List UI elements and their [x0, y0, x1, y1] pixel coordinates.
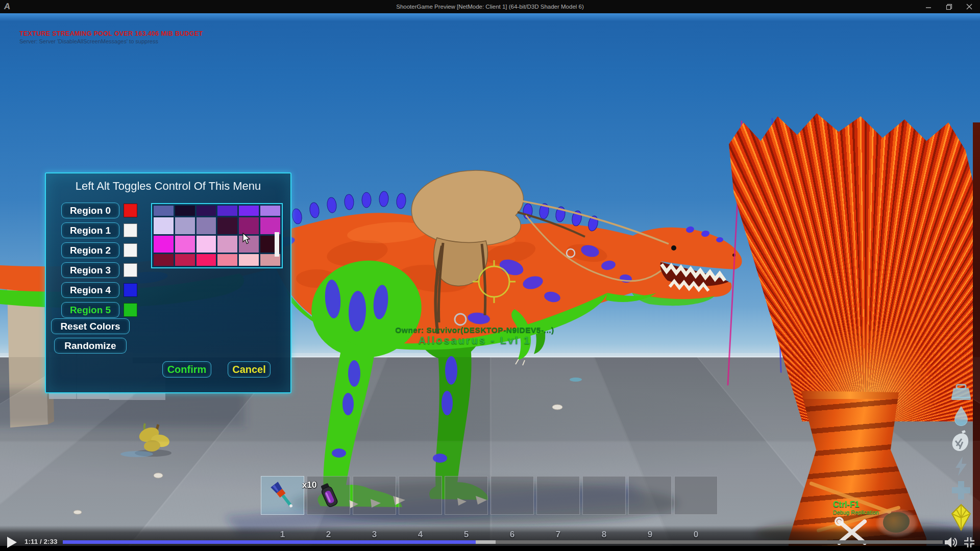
palette-color-5[interactable] — [260, 206, 280, 216]
region-row: Region 2 — [61, 242, 137, 258]
hotbar-slot-4[interactable] — [399, 476, 442, 515]
palette-color-9[interactable] — [217, 217, 237, 234]
region-color-swatch — [124, 263, 137, 277]
palette-color-2[interactable] — [197, 206, 216, 216]
creature-text: Allosaurus - Lvl 1 — [357, 335, 592, 346]
texture-streaming-warning: TEXTURE STREAMING POOL OVER 163.406 MiB … — [19, 30, 203, 37]
hotbar — [261, 476, 718, 515]
palette-color-6[interactable] — [154, 217, 174, 234]
region-color-swatch — [124, 243, 137, 257]
palette-color-7[interactable] — [175, 217, 195, 234]
randomize-button[interactable]: Randomize — [54, 338, 127, 354]
region-button-0[interactable]: Region 0 — [61, 203, 119, 218]
hotbar-slot-9[interactable] — [628, 476, 672, 515]
region-color-swatch — [124, 204, 137, 217]
palette-color-13[interactable] — [175, 236, 195, 253]
progress-fill — [63, 540, 476, 544]
gem-icon — [950, 504, 972, 531]
dye-item-icon — [313, 480, 345, 511]
palette-color-21[interactable] — [217, 254, 237, 266]
palette-color-10[interactable] — [239, 217, 259, 234]
item-quantity-badge: x10 — [302, 480, 316, 490]
palette-scrollbar[interactable] — [275, 232, 279, 257]
owner-text: Owner: Survivor(DESKTOP-N9IDEV5-...) — [357, 325, 592, 335]
lightning-icon — [951, 456, 971, 477]
hotbar-slot-3[interactable] — [353, 476, 396, 515]
paint-menu-title: Left Alt Toggles Control Of This Menu — [46, 180, 290, 193]
progress-bar[interactable] — [63, 540, 943, 544]
close-icon[interactable] — [964, 2, 975, 12]
health-plus-icon — [950, 480, 972, 501]
region-row: Region 0 — [61, 203, 137, 218]
window-titlebar: A ShooterGame Preview [NetMode: Client 1… — [0, 0, 980, 13]
debug-hotkey: Ctrl-F1 — [833, 500, 879, 509]
palette-color-15[interactable] — [217, 236, 237, 253]
region-list: Region 0Region 1Region 2Region 3Region 4… — [61, 203, 137, 322]
palette-color-12[interactable] — [154, 236, 174, 253]
palette-color-0[interactable] — [154, 206, 174, 216]
region-row: Region 3 — [61, 262, 137, 278]
volume-icon[interactable] — [943, 536, 959, 549]
game-viewport: TEXTURE STREAMING POOL OVER 163.406 MiB … — [0, 13, 980, 546]
cancel-button[interactable]: Cancel — [228, 361, 271, 378]
palette-color-18[interactable] — [154, 254, 174, 266]
app-window: A ShooterGame Preview [NetMode: Client 1… — [0, 0, 980, 551]
server-message: Server: Server 'DisableAllScreenMessages… — [19, 38, 158, 44]
hotbar-slot-0[interactable] — [674, 476, 718, 515]
confirm-button[interactable]: Confirm — [162, 361, 211, 378]
mouse-cursor — [242, 233, 253, 245]
hotbar-slot-6[interactable] — [491, 476, 534, 515]
hotbar-slot-7[interactable] — [536, 476, 580, 515]
hotbar-slot-5[interactable] — [445, 476, 488, 515]
status-icon-column — [949, 383, 973, 531]
paint-menu-panel: Left Alt Toggles Control Of This Menu Re… — [45, 172, 291, 393]
region-color-swatch — [124, 303, 137, 317]
region-color-swatch — [124, 223, 137, 237]
region-button-4[interactable]: Region 4 — [61, 282, 119, 298]
paintbrush-item-icon — [267, 480, 299, 511]
region-button-3[interactable]: Region 3 — [61, 262, 119, 278]
region-color-swatch — [124, 283, 137, 297]
region-button-1[interactable]: Region 1 — [61, 222, 119, 238]
palette-color-14[interactable] — [197, 236, 216, 253]
palette-color-1[interactable] — [175, 206, 195, 216]
screen-edge-brush — [973, 122, 980, 546]
region-row: Region 1 — [61, 222, 137, 238]
palette-color-4[interactable] — [239, 206, 259, 216]
reset-colors-button[interactable]: Reset Colors — [51, 318, 130, 334]
hotbar-slot-1[interactable] — [261, 476, 304, 515]
app-logo: A — [4, 2, 11, 12]
region-button-2[interactable]: Region 2 — [61, 242, 119, 258]
play-icon[interactable] — [6, 536, 17, 548]
playback-time: 1:11 / 2:33 — [24, 538, 58, 545]
region-row: Region 5 — [61, 302, 137, 318]
region-row: Region 4 — [61, 282, 137, 298]
supply-bag-icon — [950, 430, 972, 453]
palette-grid — [154, 206, 280, 266]
water-droplet-icon — [951, 405, 971, 427]
fullscreen-icon[interactable] — [963, 536, 976, 549]
minimize-icon[interactable] — [923, 2, 934, 12]
palette-color-3[interactable] — [217, 206, 237, 216]
restore-icon[interactable] — [943, 2, 954, 12]
palette-color-22[interactable] — [239, 254, 259, 266]
toolbox-icon — [950, 383, 972, 402]
palette-color-19[interactable] — [175, 254, 195, 266]
color-palette — [151, 203, 283, 268]
hotbar-slot-8[interactable] — [582, 476, 626, 515]
video-controls: 1:11 / 2:33 — [0, 534, 980, 551]
palette-color-20[interactable] — [197, 254, 216, 266]
window-title: ShooterGame Preview [NetMode: Client 1] … — [0, 4, 980, 10]
region-button-5[interactable]: Region 5 — [61, 302, 119, 318]
creature-nameplate: Owner: Survivor(DESKTOP-N9IDEV5-...) All… — [357, 325, 592, 346]
palette-color-8[interactable] — [197, 217, 216, 234]
